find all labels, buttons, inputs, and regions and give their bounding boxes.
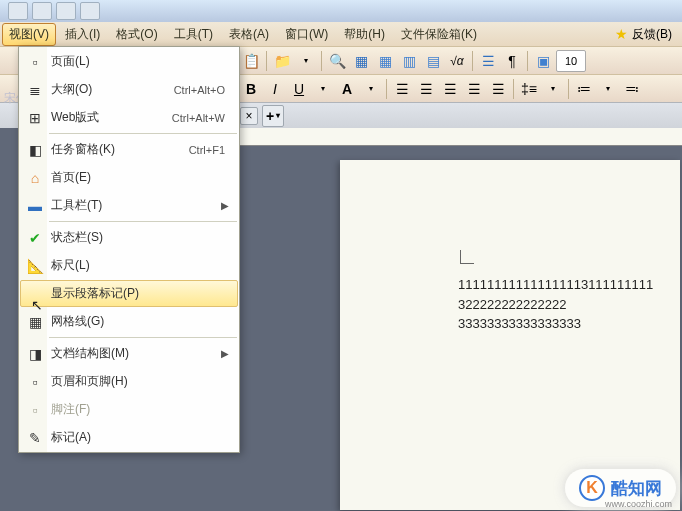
text-cursor <box>460 250 474 264</box>
dropdown-icon[interactable]: ▾ <box>360 78 382 100</box>
menu-help[interactable]: 帮助(H) <box>337 23 392 46</box>
star-icon: ★ <box>615 26 628 42</box>
feedback-button[interactable]: ★ 反馈(B) <box>607 24 680 45</box>
table-icon[interactable]: ▦ <box>374 50 396 72</box>
math-icon[interactable]: √α <box>446 50 468 72</box>
gallery-icon[interactable]: ▤ <box>422 50 444 72</box>
taskpane-icon: ◧ <box>25 140 45 160</box>
menu-task-pane[interactable]: ◧ 任务窗格(K) Ctrl+F1 <box>20 136 238 163</box>
menu-view[interactable]: 视图(V) <box>2 23 56 46</box>
align-center-icon[interactable]: ☰ <box>415 78 437 100</box>
qat-item[interactable] <box>32 2 52 20</box>
app-icon <box>8 2 28 20</box>
underline-button[interactable]: U <box>288 78 310 100</box>
mark-icon: ✎ <box>25 428 45 448</box>
footnote-icon: ▫ <box>25 400 45 420</box>
align-justify-icon[interactable]: ☰ <box>463 78 485 100</box>
align-distribute-icon[interactable]: ☰ <box>487 78 509 100</box>
font-grow-button[interactable]: A <box>336 78 358 100</box>
toolbar-icon: ▬ <box>25 196 45 216</box>
menu-home[interactable]: ⌂ 首页(E) <box>20 164 238 191</box>
feedback-label: 反馈(B) <box>632 26 672 43</box>
horizontal-ruler[interactable] <box>240 128 682 146</box>
menu-separator <box>49 221 237 222</box>
submenu-arrow-icon: ▶ <box>221 200 229 211</box>
qat-item[interactable] <box>80 2 100 20</box>
menu-bar: 视图(V) 插入(I) 格式(O) 工具(T) 表格(A) 窗口(W) 帮助(H… <box>0 22 682 46</box>
pilcrow-icon[interactable]: ¶ <box>501 50 523 72</box>
menu-insert[interactable]: 插入(I) <box>58 23 107 46</box>
document-text[interactable]: 111111111111111113111111111 322222222222… <box>458 275 653 334</box>
plus-icon: + <box>266 108 274 124</box>
page-icon: ▫ <box>25 52 45 72</box>
tab-add-button[interactable]: + ▾ <box>262 105 284 127</box>
ruler-icon: 📐 <box>25 256 45 276</box>
watermark-logo-icon: K <box>579 475 605 501</box>
menu-gridlines[interactable]: ▦ 网格线(G) <box>20 308 238 335</box>
menu-separator <box>49 133 237 134</box>
watermark-text: 酷知网 <box>611 477 662 500</box>
menu-filesafe[interactable]: 文件保险箱(K) <box>394 23 484 46</box>
align-left-icon[interactable]: ☰ <box>391 78 413 100</box>
menu-format[interactable]: 格式(O) <box>109 23 164 46</box>
bold-button[interactable]: B <box>240 78 262 100</box>
dropdown-icon[interactable]: ▾ <box>312 78 334 100</box>
tab-close-button[interactable]: × <box>240 107 258 125</box>
menu-show-paragraph-marks[interactable]: 显示段落标记(P) ↖ <box>20 280 238 307</box>
text-line: 111111111111111113111111111 <box>458 275 653 295</box>
qat-item[interactable] <box>56 2 76 20</box>
dropdown-icon: ▾ <box>276 111 280 120</box>
grid-icon: ▦ <box>25 312 45 332</box>
view-menu-dropdown: ▫ 页面(L) ≣ 大纲(O) Ctrl+Alt+O ⊞ Web版式 Ctrl+… <box>18 46 240 453</box>
document-page[interactable]: 111111111111111113111111111 322222222222… <box>340 160 680 510</box>
menu-toolbars[interactable]: ▬ 工具栏(T) ▶ <box>20 192 238 219</box>
italic-button[interactable]: I <box>264 78 286 100</box>
list-icon[interactable]: ≔ <box>573 78 595 100</box>
outline-icon: ≣ <box>25 80 45 100</box>
menu-web-layout[interactable]: ⊞ Web版式 Ctrl+Alt+W <box>20 104 238 131</box>
docmap-icon: ◨ <box>25 344 45 364</box>
open-icon[interactable]: 📁 <box>271 50 293 72</box>
line-spacing-icon[interactable]: ‡≡ <box>518 78 540 100</box>
menu-document-map[interactable]: ◨ 文档结构图(M) ▶ <box>20 340 238 367</box>
menu-window[interactable]: 窗口(W) <box>278 23 335 46</box>
menu-tools[interactable]: 工具(T) <box>167 23 220 46</box>
check-icon: ✔ <box>25 228 45 248</box>
dropdown-icon[interactable]: ▾ <box>542 78 564 100</box>
menu-separator <box>49 337 237 338</box>
menu-status-bar[interactable]: ✔ 状态栏(S) <box>20 224 238 251</box>
columns-icon[interactable]: ▥ <box>398 50 420 72</box>
text-line: 33333333333333333 <box>458 314 653 334</box>
menu-header-footer[interactable]: ▫ 页眉和页脚(H) <box>20 368 238 395</box>
zoom-field[interactable]: 10 <box>556 50 586 72</box>
dropdown-icon[interactable]: ▾ <box>597 78 619 100</box>
find-icon[interactable]: 🔍 <box>326 50 348 72</box>
title-bar <box>0 0 682 22</box>
header-icon: ▫ <box>25 372 45 392</box>
menu-footnote: ▫ 脚注(F) <box>20 396 238 423</box>
menu-markup[interactable]: ✎ 标记(A) <box>20 424 238 451</box>
home-icon: ⌂ <box>25 168 45 188</box>
dropdown-icon[interactable]: ▾ <box>295 50 317 72</box>
align-right-icon[interactable]: ☰ <box>439 78 461 100</box>
menu-page-layout[interactable]: ▫ 页面(L) <box>20 48 238 75</box>
watermark-url: www.coozhi.com <box>605 499 672 509</box>
tool-icon[interactable]: ▣ <box>532 50 554 72</box>
paste-icon[interactable]: 📋 <box>240 50 262 72</box>
blank-icon <box>25 284 45 304</box>
text-line: 322222222222222 <box>458 295 653 315</box>
web-icon: ⊞ <box>25 108 45 128</box>
numbering-icon[interactable]: ≕ <box>621 78 643 100</box>
tool-icon[interactable]: ▦ <box>350 50 372 72</box>
para-icon[interactable]: ☰ <box>477 50 499 72</box>
menu-table[interactable]: 表格(A) <box>222 23 276 46</box>
menu-outline[interactable]: ≣ 大纲(O) Ctrl+Alt+O <box>20 76 238 103</box>
submenu-arrow-icon: ▶ <box>221 348 229 359</box>
menu-ruler[interactable]: 📐 标尺(L) <box>20 252 238 279</box>
